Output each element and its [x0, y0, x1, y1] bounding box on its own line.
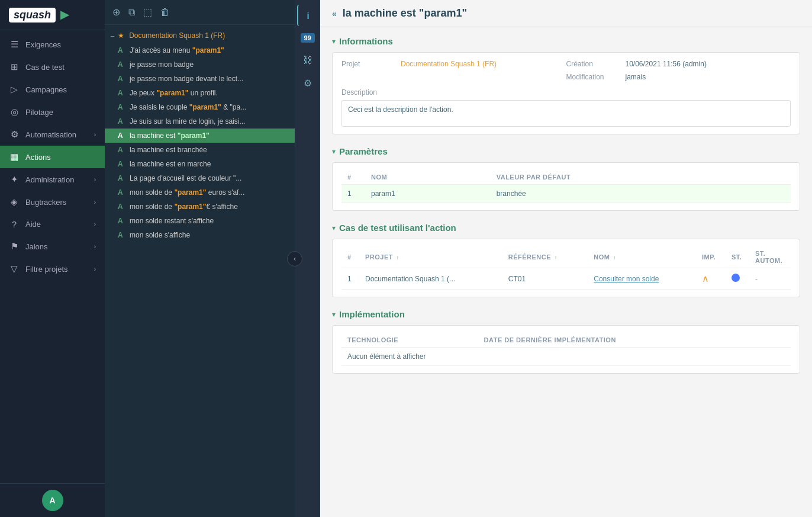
tree-item[interactable]: A Je saisis le couple "param1" & "pa...	[105, 100, 295, 114]
sidebar-item-aide[interactable]: ? Aide ›	[0, 213, 105, 235]
logo-text: squash	[14, 9, 51, 21]
col-imp: IMP.	[696, 246, 726, 268]
description-text: Ceci est la description de l'action.	[341, 100, 791, 127]
filtre-projets-icon: ▽	[9, 264, 20, 274]
sidebar-item-cas-de-test[interactable]: ⊞ Cas de test	[0, 56, 105, 78]
chevron-right-icon: ›	[94, 199, 96, 205]
sidebar-footer: A	[0, 483, 105, 517]
link-icon-button[interactable]: ⛓	[297, 50, 318, 71]
row-nom: Consulter mon solde	[588, 268, 696, 290]
sidebar-item-campagnes[interactable]: ▷ Campagnes	[0, 78, 105, 101]
tree-item[interactable]: A mon solde restant s'affiche	[105, 214, 295, 228]
sidebar-item-actions[interactable]: ▦ Actions	[0, 146, 105, 168]
cas-de-test-icon: ⊞	[9, 62, 20, 72]
sidebar-item-jalons[interactable]: ⚑ Jalons ›	[0, 235, 105, 258]
chevron-right-icon: ›	[94, 176, 96, 183]
info-icon: i	[307, 11, 309, 21]
col-nom: NOM	[365, 170, 491, 185]
col-date: DATE DE DERNIÈRE IMPLÉMENTATION	[478, 333, 791, 348]
tree-item[interactable]: A mon solde s'affiche	[105, 228, 295, 242]
implementation-title: Implémentation	[339, 309, 405, 319]
sidebar-item-pilotage[interactable]: ◎ Pilotage	[0, 101, 105, 123]
implementation-header[interactable]: ▾ Implémentation	[332, 309, 800, 319]
bugtrackers-icon: ◈	[9, 197, 20, 207]
count-badge: 99	[301, 33, 315, 43]
row-num: 1	[341, 185, 365, 203]
add-button[interactable]: ⊕	[111, 5, 122, 20]
cas-de-test-header[interactable]: ▾ Cas de test utilisant l'action	[332, 223, 800, 233]
col-nom: NOM ↑	[588, 246, 696, 268]
tree-item[interactable]: A Je suis sur la mire de login, je saisi…	[105, 114, 295, 129]
tree-item[interactable]: A la machine est en marche	[105, 157, 295, 171]
cas-de-test-section: ▾ Cas de test utilisant l'action # PROJE…	[332, 223, 800, 297]
informations-body: Projet Documentation Squash 1 (FR) Créat…	[332, 52, 800, 134]
gear-icon: ⚙	[304, 78, 312, 89]
logo-area: squash ▶	[0, 0, 105, 30]
tree-item[interactable]: A mon solde de "param1" euros s'af...	[105, 185, 295, 200]
automatisation-icon: ⚙	[9, 129, 20, 140]
tree-item[interactable]: A je passe mon badge	[105, 57, 295, 72]
sidebar-item-bugtrackers[interactable]: ◈ Bugtrackers ›	[0, 191, 105, 213]
projet-row: Projet Documentation Squash 1 (FR)	[341, 60, 566, 68]
count-icon-button[interactable]: 99	[297, 27, 318, 49]
collapse-panel-button[interactable]: «	[332, 9, 337, 18]
sidebar-item-label: Cas de test	[25, 63, 65, 72]
chevron-right-icon: ›	[94, 221, 96, 227]
col-valeur: VALEUR PAR DÉFAUT	[491, 170, 791, 185]
importance-arrow-icon: ∧	[702, 274, 709, 284]
chevron-right-icon: ›	[94, 131, 96, 138]
exigences-icon: ☰	[9, 39, 20, 50]
tree-item[interactable]: A La page d'accueil est de couleur "...	[105, 171, 295, 185]
parametres-table: # NOM VALEUR PAR DÉFAUT 1 param1 branché…	[341, 170, 791, 203]
row-nom: param1	[365, 185, 491, 203]
tree-root-label: Documentation Squash 1 (FR)	[129, 31, 225, 40]
creation-label: Création	[566, 60, 620, 68]
table-row: 1 param1 branchée	[341, 185, 791, 203]
col-projet: PROJET ↑	[359, 246, 502, 268]
parametres-section: ▾ Paramètres # NOM VALEUR PAR DÉFAUT 1	[332, 146, 800, 211]
aide-icon: ?	[9, 219, 20, 229]
sidebar-item-label: Filtre projets	[25, 265, 68, 274]
sidebar-item-filtre-projets[interactable]: ▽ Filtre projets ›	[0, 258, 105, 280]
page-title: la machine est "param1"	[343, 7, 467, 20]
paste-button[interactable]: ⬚	[141, 5, 154, 20]
info-icon-button[interactable]: i	[297, 5, 318, 26]
row-num: 1	[341, 268, 359, 290]
col-hash: #	[341, 170, 365, 185]
cas-de-test-body: # PROJET ↑ RÉFÉRENCE ↑ NOM ↑ IMP. ST. ST…	[332, 239, 800, 297]
col-hash: #	[341, 246, 359, 268]
parametres-header[interactable]: ▾ Paramètres	[332, 146, 800, 156]
tree-item[interactable]: A Je peux "param1" un profil.	[105, 86, 295, 100]
sidebar-item-exigences[interactable]: ☰ Exigences	[0, 33, 105, 56]
copy-button[interactable]: ⧉	[127, 5, 137, 20]
tree-item[interactable]: A J'ai accès au menu "param1"	[105, 43, 295, 57]
sidebar: squash ▶ ☰ Exigences ⊞ Cas de test ▷ Cam…	[0, 0, 105, 517]
parametres-title: Paramètres	[339, 146, 388, 156]
delete-button[interactable]: 🗑	[159, 5, 172, 20]
tree-root[interactable]: – ★ Documentation Squash 1 (FR)	[105, 28, 295, 43]
row-projet: Documentation Squash 1 (...	[359, 268, 502, 290]
informations-header[interactable]: ▾ Informations	[332, 36, 800, 46]
tree-item[interactable]: A la machine est branchée	[105, 143, 295, 157]
tree-toolbar: ⊕ ⧉ ⬚ 🗑	[105, 0, 295, 25]
col-technologie: TECHNOLOGIE	[341, 333, 478, 348]
sidebar-item-label: Pilotage	[25, 108, 53, 117]
jalons-icon: ⚑	[9, 241, 20, 252]
avatar[interactable]: A	[42, 490, 63, 511]
implementation-body: TECHNOLOGIE DATE DE DERNIÈRE IMPLÉMENTAT…	[332, 325, 800, 374]
modification-label: Modification	[566, 73, 620, 81]
panel-collapse-button[interactable]: ‹	[287, 251, 302, 266]
main-content: « la machine est "param1" ▾ Informations…	[320, 0, 812, 517]
empty-text: Aucun élément à afficher	[341, 348, 791, 366]
settings-icon-button[interactable]: ⚙	[297, 72, 318, 94]
tree-item[interactable]: A mon solde de "param1"€ s'affiche	[105, 200, 295, 214]
sidebar-item-automatisation[interactable]: ⚙ Automatisation ›	[0, 123, 105, 146]
tree-item[interactable]: A je passe mon badge devant le lect...	[105, 72, 295, 86]
informations-section: ▾ Informations Projet Documentation Squa…	[332, 36, 800, 134]
tree-item-selected[interactable]: A la machine est "param1"	[105, 129, 295, 143]
sidebar-item-administration[interactable]: ✦ Administration ›	[0, 168, 105, 191]
logo-accent: ▶	[60, 8, 69, 21]
cas-de-test-title: Cas de test utilisant l'action	[339, 223, 456, 233]
cas-test-link[interactable]: Consulter mon solde	[594, 275, 659, 283]
sidebar-item-label: Automatisation	[25, 130, 76, 139]
